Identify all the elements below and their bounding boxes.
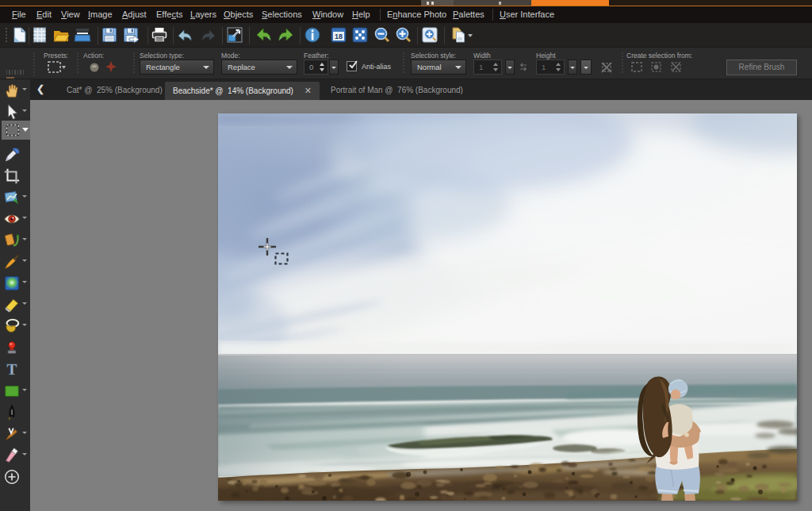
svg-text:18: 18 — [335, 33, 343, 40]
svg-text:T: T — [7, 361, 17, 378]
